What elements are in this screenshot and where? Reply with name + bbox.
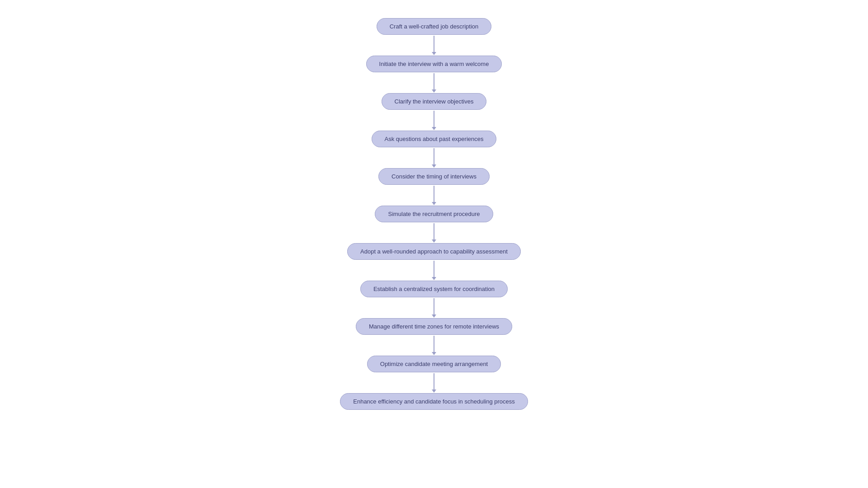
flow-arrow-1: [432, 35, 436, 56]
flow-arrow-3: [432, 110, 436, 131]
node-7: Adopt a well-rounded approach to capabil…: [347, 243, 521, 260]
flow-arrow-4: [432, 147, 436, 168]
node-8: Establish a centralized system for coord…: [360, 281, 508, 297]
node-11: Enhance efficiency and candidate focus i…: [340, 393, 528, 410]
node-2: Initiate the interview with a warm welco…: [366, 56, 502, 72]
node-4: Ask questions about past experiences: [372, 131, 497, 147]
flow-arrow-8: [432, 297, 436, 318]
node-5: Consider the timing of interviews: [378, 168, 490, 185]
flow-arrow-2: [432, 72, 436, 93]
flow-arrow-10: [432, 372, 436, 393]
flowchart: Craft a well-crafted job descriptionInit…: [340, 9, 528, 428]
node-3: Clarify the interview objectives: [382, 93, 487, 110]
node-10: Optimize candidate meeting arrangement: [367, 356, 501, 372]
node-1: Craft a well-crafted job description: [377, 18, 492, 35]
node-9: Manage different time zones for remote i…: [356, 318, 512, 335]
node-6: Simulate the recruitment procedure: [375, 206, 493, 222]
flow-arrow-7: [432, 260, 436, 281]
flow-arrow-6: [432, 222, 436, 243]
flow-arrow-5: [432, 185, 436, 206]
flow-arrow-9: [432, 335, 436, 356]
